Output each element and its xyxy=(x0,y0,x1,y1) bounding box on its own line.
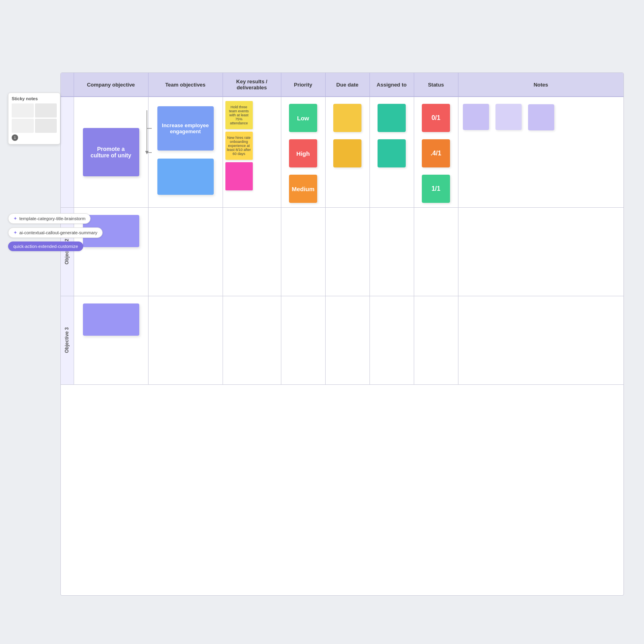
callout-quick-label: quick-action-extended-customize xyxy=(13,244,78,249)
status-3-cell xyxy=(414,296,458,385)
header-status: Status xyxy=(414,73,458,97)
callout-template-label: template-category-title-brainstorm xyxy=(19,216,85,221)
key-result-2-text: New hires rate onboarding experience at … xyxy=(227,136,251,156)
priority-medium-text: Medium xyxy=(292,186,315,192)
team-obj-2-cell xyxy=(148,208,223,296)
status-1-sticky[interactable]: 0/1 xyxy=(422,104,450,132)
due-date-2-cell xyxy=(325,208,369,296)
priority-cell: Low High Medium xyxy=(281,97,325,208)
assigned-1-sticky[interactable] xyxy=(378,104,406,132)
note-2-sticky[interactable] xyxy=(495,104,522,130)
company-obj-3-sticky[interactable] xyxy=(83,303,139,336)
grid-container: Company objective Team objectives Key re… xyxy=(60,72,624,596)
callout-ai-label: ai-contextual-callout-generate-summary xyxy=(19,230,97,235)
row1-label-cell xyxy=(61,97,74,208)
callout-template[interactable]: ✦ template-category-title-brainstorm xyxy=(8,213,91,224)
sticky-notes-label: Sticky notes xyxy=(12,96,57,101)
status-cell: 0/1 .4/1 1/1 xyxy=(414,97,458,208)
status-3-sticky[interactable]: 1/1 xyxy=(422,175,450,203)
header-due-date: Due date xyxy=(325,73,369,97)
priority-low-text: Low xyxy=(297,115,309,122)
sticky-notes-preview xyxy=(12,103,57,133)
objective-3-row: Objective 3 xyxy=(61,296,623,385)
assigned-2-sticky[interactable] xyxy=(378,139,406,167)
status-2-cell xyxy=(414,208,458,296)
header-assigned-to: Assigned to xyxy=(369,73,414,97)
company-obj-3-cell xyxy=(74,296,148,385)
status-1-text: 0/1 xyxy=(431,114,440,122)
header-empty xyxy=(61,73,74,97)
priority-low-sticky[interactable]: Low xyxy=(289,104,317,132)
company-objective-sticky[interactable]: Promote a culture of unity xyxy=(83,128,139,176)
assigned-to-cell xyxy=(369,97,414,208)
sticky-preview-3 xyxy=(12,119,34,133)
priority-2-cell xyxy=(281,208,325,296)
company-objective-cell: Promote a culture of unity xyxy=(74,97,148,208)
due-date-3-cell xyxy=(325,296,369,385)
key-results-2-cell xyxy=(223,208,281,296)
note-1-sticky[interactable] xyxy=(463,104,489,130)
header-row: Company objective Team objectives Key re… xyxy=(61,73,623,97)
note-3-sticky[interactable] xyxy=(528,104,554,130)
priority-medium-sticky[interactable]: Medium xyxy=(289,175,317,203)
main-canvas: Company objective Team objectives Key re… xyxy=(60,72,624,596)
sticky-count-badge: 1 xyxy=(12,134,18,141)
callout-quick[interactable]: quick-action-extended-customize xyxy=(8,242,83,251)
header-key-results: Key results / deliverables xyxy=(223,73,281,97)
key-result-2-sticky[interactable]: New hires rate onboarding experience at … xyxy=(225,132,253,160)
priority-3-cell xyxy=(281,296,325,385)
notes-3-cell xyxy=(458,296,623,385)
header-priority: Priority xyxy=(281,73,325,97)
sparkle-icon-ai: ✦ xyxy=(13,230,17,235)
assigned-2-cell xyxy=(369,208,414,296)
header-notes: Notes xyxy=(458,73,623,97)
status-2-sticky[interactable]: .4/1 xyxy=(422,139,450,167)
objective-1-row: Promote a culture of unity xyxy=(61,97,623,208)
sparkle-icon-template: ✦ xyxy=(13,216,17,221)
key-result-3-sticky[interactable] xyxy=(225,162,253,190)
company-objective-text: Promote a culture of unity xyxy=(88,146,134,159)
team-objective-engage-text: Increase employee engagement xyxy=(161,122,210,134)
objective-2-row: Objective 2 xyxy=(61,208,623,296)
row3-label-cell: Objective 3 xyxy=(61,296,74,385)
sticky-preview-2 xyxy=(35,103,57,118)
priority-high-sticky[interactable]: High xyxy=(289,139,317,167)
key-result-1-text: Hold three team events with at least 75%… xyxy=(227,105,251,125)
header-team-objectives: Team objectives xyxy=(148,73,223,97)
callout-ai[interactable]: ✦ ai-contextual-callout-generate-summary xyxy=(8,227,103,238)
sticky-preview-1 xyxy=(12,103,34,118)
key-results-3-cell xyxy=(223,296,281,385)
objective-3-label: Objective 3 xyxy=(64,323,70,357)
sticky-notes-panel: Sticky notes 1 xyxy=(8,93,60,144)
due-date-1-sticky[interactable] xyxy=(333,104,361,132)
header-company-objective: Company objective xyxy=(74,73,148,97)
status-2-text: .4/1 xyxy=(431,150,442,157)
objective-2-label: Objective 2 xyxy=(64,235,70,268)
notes-2-cell xyxy=(458,208,623,296)
key-results-cell: Hold three team events with at least 75%… xyxy=(223,97,281,208)
key-result-1-sticky[interactable]: Hold three team events with at least 75%… xyxy=(225,101,253,129)
team-objective-second-sticky[interactable] xyxy=(157,159,214,195)
team-obj-3-cell xyxy=(148,296,223,385)
team-objectives-cell: Increase employee engagement xyxy=(148,97,223,208)
priority-high-text: High xyxy=(296,150,310,157)
sticky-preview-4 xyxy=(35,119,57,133)
status-3-text: 1/1 xyxy=(431,185,440,192)
assigned-3-cell xyxy=(369,296,414,385)
objectives-table: Company objective Team objectives Key re… xyxy=(61,73,623,385)
due-date-cell xyxy=(325,97,369,208)
notes-cell-row1 xyxy=(458,97,623,208)
due-date-2-sticky[interactable] xyxy=(333,139,361,167)
team-objective-engage-sticky[interactable]: Increase employee engagement xyxy=(157,106,214,151)
